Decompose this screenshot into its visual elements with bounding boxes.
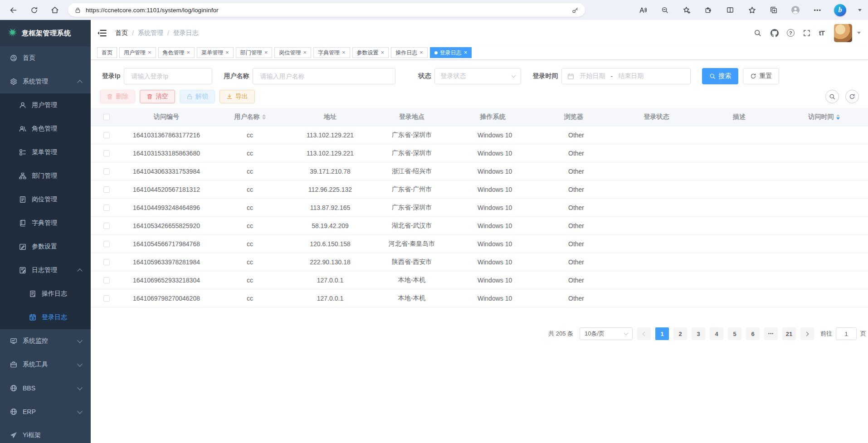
table-row[interactable]: 1641044993248464896 cc 113.87.92.165 广东省…: [91, 199, 868, 217]
sidebar-item-post-manage[interactable]: 岗位管理: [0, 188, 91, 211]
sort-carets[interactable]: [836, 114, 840, 120]
favorites-add-icon[interactable]: [682, 5, 692, 15]
close-icon[interactable]: ×: [264, 49, 268, 55]
browser-home-icon[interactable]: [49, 4, 61, 16]
sidebar-item-operation-log[interactable]: 操作日志: [0, 282, 91, 306]
page-size-select[interactable]: 10条/页: [580, 327, 633, 340]
next-page-button[interactable]: [800, 327, 814, 340]
breadcrumb-home[interactable]: 首页: [115, 29, 128, 37]
row-checkbox[interactable]: [103, 241, 110, 247]
sidebar-item-menu-manage[interactable]: 菜单管理: [0, 141, 91, 164]
row-checkbox[interactable]: [103, 223, 110, 229]
clear-button[interactable]: 清空: [140, 90, 175, 103]
sidebar-item-system-monitor[interactable]: 系统监控: [0, 329, 91, 353]
sidebar-item-login-log[interactable]: 登录日志: [0, 306, 91, 329]
select-all-checkbox[interactable]: [103, 114, 110, 120]
sidebar-item-dept-manage[interactable]: 部门管理: [0, 164, 91, 188]
more-options-icon[interactable]: ⋯: [812, 5, 822, 15]
browser-refresh-icon[interactable]: [28, 4, 40, 16]
browser-profile-icon[interactable]: [790, 5, 800, 15]
row-checkbox[interactable]: [103, 259, 110, 265]
row-checkbox[interactable]: [103, 204, 110, 211]
table-row[interactable]: 1641031533185863680 cc 113.102.129.221 广…: [91, 144, 868, 162]
row-checkbox[interactable]: [103, 168, 110, 175]
col-header-user-name[interactable]: 用户名称: [210, 113, 289, 121]
reset-button[interactable]: 重置: [743, 68, 779, 84]
tab-dept-manage[interactable]: 部门管理×: [236, 47, 273, 58]
delete-button[interactable]: 删除: [100, 90, 135, 103]
close-icon[interactable]: ×: [187, 49, 190, 55]
page-button[interactable]: 1: [655, 327, 669, 340]
row-checkbox[interactable]: [103, 295, 110, 302]
table-row[interactable]: 1641031367863177216 cc 113.102.129.221 广…: [91, 126, 868, 144]
tab-home[interactable]: 首页: [97, 47, 117, 58]
page-button[interactable]: 5: [728, 327, 741, 340]
app-logo[interactable]: 意框架管理系统: [0, 20, 91, 46]
table-row[interactable]: 1641043063331753984 cc 39.171.210.78 浙江省…: [91, 162, 868, 180]
header-search-icon[interactable]: [753, 29, 762, 38]
close-icon[interactable]: ×: [225, 49, 229, 55]
tab-login-log[interactable]: 登录日志×: [430, 47, 472, 58]
tab-param-settings[interactable]: 参数设置×: [352, 47, 389, 58]
avatar-caret-icon[interactable]: [857, 32, 861, 34]
close-icon[interactable]: ×: [381, 49, 385, 55]
table-row[interactable]: 1641059633978281984 cc 222.90.130.18 陕西省…: [91, 253, 868, 271]
page-button[interactable]: 4: [710, 327, 723, 340]
tab-user-manage[interactable]: 用户管理×: [119, 47, 156, 58]
extensions-icon[interactable]: [703, 5, 713, 15]
sidebar-item-erp[interactable]: ERP: [0, 400, 91, 424]
sidebar-item-yi-framework[interactable]: Yi框架: [0, 424, 91, 443]
jump-page-input[interactable]: [836, 327, 857, 340]
zoom-icon[interactable]: [660, 5, 670, 15]
page-button[interactable]: 21: [782, 327, 796, 340]
page-button[interactable]: 6: [746, 327, 760, 340]
sidebar-item-param-settings[interactable]: 参数设置: [0, 235, 91, 258]
address-bar[interactable]: https://ccnetcore.com:1101/system/log/lo…: [68, 3, 585, 17]
tab-role-manage[interactable]: 角色管理×: [158, 47, 195, 58]
login-time-range-picker[interactable]: 开始日期 - 结束日期: [561, 68, 691, 84]
font-size-icon[interactable]: tT: [819, 29, 824, 37]
sidebar-item-system-manage[interactable]: 系统管理: [0, 70, 91, 93]
row-checkbox[interactable]: [103, 132, 110, 138]
tab-post-manage[interactable]: 岗位管理×: [274, 47, 311, 58]
browser-back-icon[interactable]: [7, 4, 19, 16]
sidebar-item-bbs[interactable]: BBS: [0, 376, 91, 400]
close-icon[interactable]: ×: [419, 49, 423, 55]
export-button[interactable]: 导出: [219, 90, 255, 103]
sidebar-item-log-manage[interactable]: 日志管理: [0, 258, 91, 282]
sort-carets[interactable]: [262, 114, 266, 120]
avatar[interactable]: [834, 24, 852, 42]
read-aloud-icon[interactable]: [638, 5, 648, 15]
close-icon[interactable]: ×: [464, 49, 468, 55]
collections-icon[interactable]: [769, 5, 779, 15]
bing-caret-icon[interactable]: [858, 9, 862, 11]
bing-copilot-icon[interactable]: b: [834, 4, 846, 16]
page-button[interactable]: 2: [673, 327, 687, 340]
toggle-search-button[interactable]: [825, 90, 839, 103]
key-icon[interactable]: [572, 7, 579, 14]
split-screen-icon[interactable]: [725, 5, 735, 15]
table-row[interactable]: 1641069798270046208 cc 127.0.0.1 本地-本机 W…: [91, 289, 868, 307]
row-checkbox[interactable]: [103, 150, 110, 156]
unlock-button[interactable]: 解锁: [180, 90, 215, 103]
more-pages-icon[interactable]: •••: [764, 327, 778, 340]
sidebar-item-dict-manage[interactable]: 字典管理: [0, 211, 91, 235]
refresh-table-button[interactable]: [845, 90, 859, 103]
close-icon[interactable]: ×: [303, 49, 307, 55]
row-checkbox[interactable]: [103, 277, 110, 283]
user-name-input[interactable]: [253, 68, 395, 84]
prev-page-button[interactable]: [637, 327, 651, 340]
help-icon[interactable]: ?: [787, 29, 795, 37]
table-row[interactable]: 1641069652933218304 cc 127.0.0.1 本地-本机 W…: [91, 271, 868, 289]
table-row[interactable]: 1641054566717984768 cc 120.6.150.158 河北省…: [91, 235, 868, 253]
close-icon[interactable]: ×: [148, 49, 151, 55]
login-ip-input[interactable]: [124, 68, 212, 84]
page-button[interactable]: 3: [692, 327, 705, 340]
sidebar-item-user-manage[interactable]: 用户管理: [0, 93, 91, 117]
sidebar-item-system-tools[interactable]: 系统工具: [0, 353, 91, 376]
status-select[interactable]: 登录状态: [434, 68, 521, 84]
favorites-icon[interactable]: [747, 5, 757, 15]
github-icon[interactable]: [770, 29, 779, 38]
table-row[interactable]: 1641053426655825920 cc 58.19.42.209 湖北省-…: [91, 217, 868, 235]
tab-menu-manage[interactable]: 菜单管理×: [197, 47, 234, 58]
